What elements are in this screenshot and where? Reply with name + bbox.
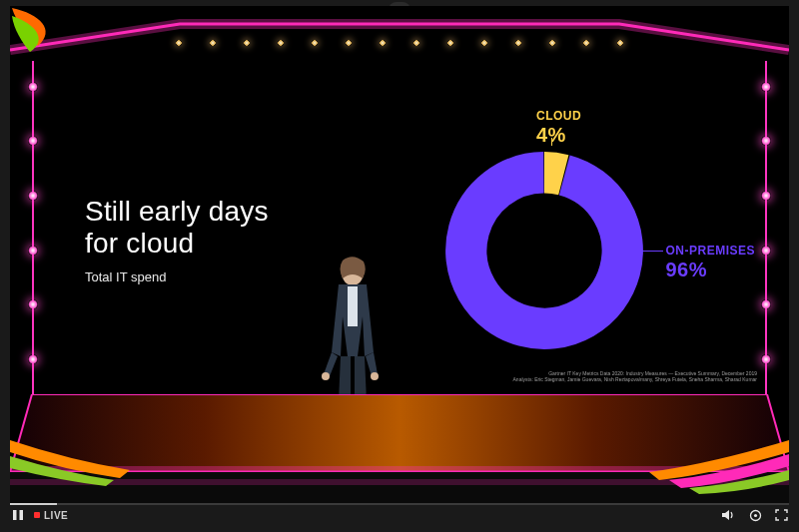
fullscreen-icon xyxy=(775,509,788,521)
fullscreen-button[interactable] xyxy=(773,507,789,523)
slide-title: Still early days for cloud xyxy=(85,196,269,260)
svg-rect-3 xyxy=(348,286,358,326)
slide-text-block: Still early days for cloud Total IT spen… xyxy=(85,196,269,284)
svg-marker-8 xyxy=(10,394,789,472)
stage-light-strip-right xyxy=(765,61,767,402)
volume-button[interactable] xyxy=(721,507,737,523)
settings-button[interactable] xyxy=(747,507,763,523)
donut-chart: CLOUD 4% ON-PREMISES 96% xyxy=(429,136,659,365)
slide-subtitle: Total IT spend xyxy=(85,269,269,284)
svg-point-7 xyxy=(371,372,379,380)
source-line1: Gartner IT Key Metrics Data 2020: Indust… xyxy=(513,370,757,376)
volume-icon xyxy=(722,509,736,521)
svg-rect-11 xyxy=(20,510,24,520)
chart-label-cloud-pct: 4% xyxy=(536,124,581,146)
source-line2: Analysts: Eric Stegman, Jamie Guevara, N… xyxy=(513,376,757,382)
stage-rig-top xyxy=(10,6,789,66)
slide-title-line1: Still early days xyxy=(85,196,269,227)
stage-light-strip-left xyxy=(32,61,34,402)
source-citation: Gartner IT Key Metrics Data 2020: Indust… xyxy=(513,370,757,383)
chart-label-onprem-name: ON-PREMISES xyxy=(665,244,755,258)
pause-button[interactable] xyxy=(10,507,26,523)
live-text: LIVE xyxy=(44,510,68,521)
chart-label-onprem: ON-PREMISES 96% xyxy=(665,245,755,280)
player-bar: LIVE xyxy=(10,504,789,526)
stage-floor xyxy=(10,399,789,504)
leader-line-onprem xyxy=(641,251,663,252)
svg-rect-10 xyxy=(13,510,17,520)
live-badge: LIVE xyxy=(34,510,68,521)
chart-label-cloud: CLOUD 4% xyxy=(536,110,581,146)
svg-marker-12 xyxy=(722,510,729,520)
video-stage: Still early days for cloud Total IT spen… xyxy=(10,6,789,504)
pause-icon xyxy=(12,509,24,521)
chart-label-cloud-name: CLOUD xyxy=(536,109,581,123)
gear-icon xyxy=(749,509,762,522)
svg-point-14 xyxy=(753,513,756,516)
chart-label-onprem-pct: 96% xyxy=(665,259,755,280)
svg-point-6 xyxy=(322,372,330,380)
slide-title-line2: for cloud xyxy=(85,228,194,259)
live-dot-icon xyxy=(34,512,40,518)
